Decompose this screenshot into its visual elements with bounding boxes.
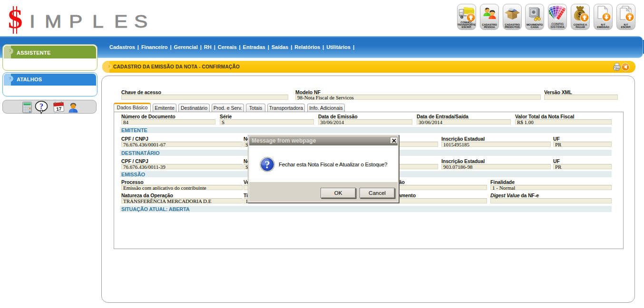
svg-text:?: ? xyxy=(264,159,270,171)
svg-text:?: ? xyxy=(39,102,43,110)
svg-text:17: 17 xyxy=(56,106,62,112)
